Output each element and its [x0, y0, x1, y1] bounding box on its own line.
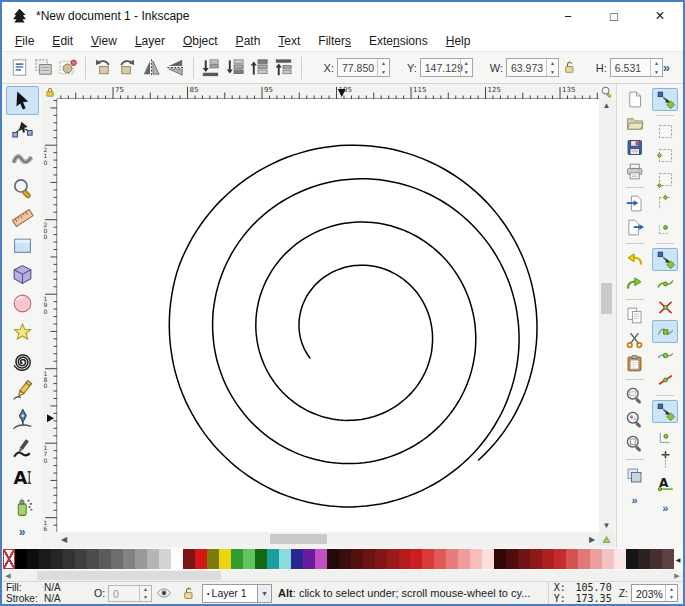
snap-smooth-nodes-button[interactable] [652, 344, 678, 367]
tool-box-3d[interactable] [6, 260, 39, 289]
horizontal-ruler[interactable]: 758595105115125135 [57, 84, 599, 99]
opacity-field[interactable]: 0 ▲▼ [108, 585, 152, 602]
tool-node-editor[interactable] [6, 115, 39, 144]
toolbox-overflow-chevron[interactable]: » [19, 525, 26, 539]
lower-button[interactable] [223, 55, 247, 81]
color-swatch[interactable] [159, 549, 171, 569]
color-swatch[interactable] [399, 549, 411, 569]
color-swatch[interactable] [363, 549, 375, 569]
color-managed-view-toggle[interactable] [599, 532, 614, 546]
select-all-button[interactable] [7, 55, 31, 81]
zoom-to-page-button[interactable] [622, 432, 648, 455]
palette-scroll-thumb[interactable] [37, 571, 221, 580]
vscroll-thumb[interactable] [601, 283, 612, 314]
raise-button[interactable] [247, 55, 271, 81]
color-swatch[interactable] [614, 549, 626, 569]
snap-text-baselines-button[interactable]: A [652, 472, 678, 495]
color-swatch[interactable] [171, 549, 183, 569]
menu-extensions[interactable]: Extensions [360, 32, 437, 50]
tool-calligraphy[interactable] [6, 434, 39, 463]
snap-other-points-button[interactable] [652, 400, 678, 423]
flip-vertical-button[interactable] [163, 55, 187, 81]
color-swatch[interactable] [231, 549, 243, 569]
color-swatch[interactable] [375, 549, 387, 569]
layer-selector[interactable]: • Layer 1 ▾ [202, 584, 272, 603]
color-swatch[interactable] [15, 549, 27, 569]
color-swatch[interactable] [410, 549, 422, 569]
rotate-ccw-button[interactable] [91, 55, 115, 81]
hscroll-thumb[interactable] [270, 534, 327, 544]
menu-text[interactable]: Text [269, 32, 309, 50]
vertical-ruler[interactable]: 210200190180170160 [42, 99, 57, 532]
color-swatch[interactable] [482, 549, 494, 569]
tool-ellipse[interactable] [6, 289, 39, 318]
paste-button[interactable] [622, 352, 648, 375]
y-field[interactable]: 147.129▲▼ [420, 58, 473, 77]
color-swatch[interactable] [351, 549, 363, 569]
x-field[interactable]: 77.850▲▼ [337, 58, 390, 77]
tool-spiral[interactable] [6, 347, 39, 376]
color-swatch[interactable] [446, 549, 458, 569]
color-swatch[interactable] [458, 549, 470, 569]
color-swatch[interactable] [207, 549, 219, 569]
raise-to-top-button[interactable] [271, 55, 295, 81]
tool-measure[interactable] [6, 202, 39, 231]
import-button[interactable] [622, 192, 648, 215]
new-document-button[interactable] [622, 88, 648, 111]
color-swatch[interactable] [650, 549, 662, 569]
color-swatch[interactable] [638, 549, 650, 569]
hscroll-right-icon[interactable]: ▶ [585, 535, 599, 544]
spiral-path[interactable] [169, 145, 537, 507]
menu-help[interactable]: Help [437, 32, 480, 50]
layer-visibility-eye-icon[interactable] [156, 585, 172, 601]
w-field[interactable]: 63.973▲▼ [506, 58, 559, 77]
minimize-button[interactable]: − [545, 2, 591, 30]
field-value[interactable]: 147.129 [421, 59, 460, 76]
layer-current[interactable]: • Layer 1 [202, 584, 258, 603]
field-spinner[interactable]: ▲▼ [460, 59, 472, 76]
menu-edit[interactable]: Edit [43, 32, 82, 50]
snap-bbox-centers-button[interactable] [652, 216, 678, 239]
opacity-spinner[interactable]: ▲▼ [139, 586, 151, 601]
rotate-cw-button[interactable] [115, 55, 139, 81]
palette-scrollbar[interactable]: ◀ ▶ [2, 570, 683, 581]
snap-col-overflow-chevron[interactable]: » [662, 502, 668, 514]
deselect-button[interactable] [56, 55, 80, 81]
save-document-button[interactable] [622, 136, 648, 159]
tool-pencil[interactable] [6, 376, 39, 405]
enable-snapping-button[interactable] [652, 88, 678, 111]
color-swatch[interactable] [255, 549, 267, 569]
color-swatch[interactable] [602, 549, 614, 569]
color-swatch[interactable] [339, 549, 351, 569]
color-swatch[interactable] [530, 549, 542, 569]
hscroll-left-icon[interactable]: ◀ [57, 535, 71, 544]
export-button[interactable] [622, 216, 648, 239]
tool-star[interactable] [6, 318, 39, 347]
color-swatch[interactable] [303, 549, 315, 569]
color-swatch[interactable] [183, 549, 195, 569]
color-swatch[interactable] [111, 549, 123, 569]
color-swatch[interactable] [315, 549, 327, 569]
spiral-drawing[interactable] [58, 99, 600, 532]
snap-rotation-centers-button[interactable] [652, 448, 678, 471]
snap-bbox-edge-midpoints-button[interactable] [652, 192, 678, 215]
color-swatch[interactable] [87, 549, 99, 569]
cut-button[interactable] [622, 328, 648, 351]
color-swatch[interactable] [434, 549, 446, 569]
layer-dropdown-chevron-icon[interactable]: ▾ [258, 584, 272, 603]
color-swatch[interactable] [75, 549, 87, 569]
color-swatch[interactable] [135, 549, 147, 569]
zoom-spinner[interactable]: ▲▼ [665, 585, 677, 601]
color-swatch[interactable] [578, 549, 590, 569]
redo-button[interactable] [622, 272, 648, 295]
color-swatch[interactable] [590, 549, 602, 569]
vscroll-up-icon[interactable]: ▲ [599, 101, 614, 110]
copy-button[interactable] [622, 304, 648, 327]
snap-nodes-paths-handles-button[interactable] [652, 248, 678, 271]
duplicate-button[interactable] [622, 464, 648, 487]
color-swatch[interactable] [518, 549, 530, 569]
menu-file[interactable]: File [6, 32, 43, 50]
field-spinner[interactable]: ▲▼ [377, 59, 389, 76]
undo-button[interactable] [622, 248, 648, 271]
color-swatch[interactable] [195, 549, 207, 569]
